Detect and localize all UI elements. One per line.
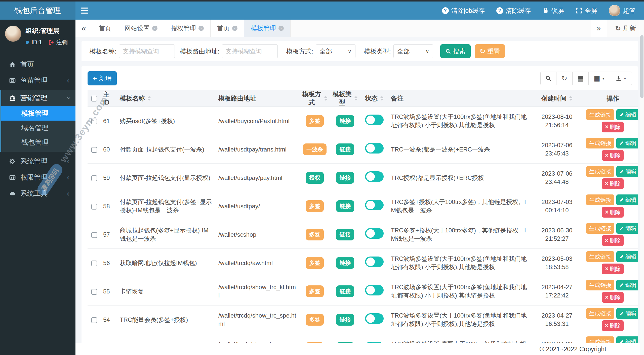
template-type-select[interactable]: 全部 ∨ [393,44,433,58]
sidebar-menu-item[interactable]: 首页 [0,56,75,72]
delete-button[interactable]: ×删除 [602,122,624,132]
generate-link-button[interactable]: 生成链接 [586,251,614,262]
edit-button[interactable]: 编辑 [616,280,638,290]
edit-button[interactable]: 编辑 [616,223,638,234]
tab[interactable]: 首页 × [211,20,244,37]
delete-button[interactable]: ×删除 [602,292,624,303]
sidebar-menu-item[interactable]: 营销管理 ‹ [1,90,75,106]
status-toggle[interactable] [365,285,384,295]
navbar-action[interactable]: 锁屏 [542,7,564,15]
delete-button[interactable]: ×删除 [602,320,624,331]
reset-button[interactable]: ↻ 重置 [475,44,505,58]
template-name-input[interactable] [119,44,175,58]
column-header[interactable]: 模板方式 [299,90,330,107]
column-header[interactable]: 创建时间 [532,90,582,107]
sidebar-menu-item[interactable]: 权限管理 ‹ [0,169,75,185]
refresh-tab-button[interactable]: ↻ 刷新 [607,20,644,37]
status-toggle[interactable] [365,200,384,210]
generate-link-button[interactable]: 生成链接 [586,194,614,205]
scrollbar[interactable] [640,20,644,355]
column-header[interactable]: 状态 [360,90,388,107]
status-toggle[interactable] [365,342,384,343]
row-checkbox[interactable] [91,232,97,238]
edit-button[interactable]: 编辑 [616,166,638,177]
tab-close-icon[interactable]: × [152,26,157,31]
tab[interactable]: 网站设置 × [118,20,164,37]
template-method-select[interactable]: 全部 ∨ [316,44,355,58]
sidebar-menu-item[interactable]: 系统管理 ‹ [0,153,75,169]
edit-button[interactable]: 编辑 [616,109,638,120]
row-checkbox[interactable] [91,289,97,295]
tabs-scroll-left-icon[interactable]: « [75,20,92,37]
columns-button[interactable]: ▦▼ [589,72,610,85]
sort-icon[interactable] [147,96,151,101]
generate-link-button[interactable]: 生成链接 [586,223,614,234]
tab[interactable]: 首页 [92,20,118,37]
status-toggle[interactable] [365,257,384,267]
row-checkbox[interactable] [91,317,97,323]
refresh-tool-button[interactable]: ↻ [556,72,573,85]
logout-button[interactable]: 注销 [48,38,68,46]
search-button[interactable]: 搜索 [440,44,471,58]
edit-button[interactable]: 编辑 [616,194,638,205]
row-checkbox[interactable] [91,119,97,124]
status-toggle[interactable] [365,171,384,182]
column-header[interactable]: 模板类型 [330,90,360,107]
tab-close-icon[interactable]: × [198,26,204,31]
tab-close-icon[interactable]: × [278,26,284,31]
export-button[interactable]: ▼ [610,72,632,85]
sidebar-menu-item[interactable]: 系统工具 ‹ [0,185,75,201]
sidebar-toggle-icon[interactable] [75,2,94,20]
row-checkbox[interactable] [91,175,97,181]
search-tool-button[interactable] [540,72,556,85]
select-all-checkbox[interactable] [91,96,97,102]
status-toggle[interactable] [365,313,384,324]
column-header[interactable]: 操作 [582,90,638,107]
row-checkbox[interactable] [91,147,97,153]
sidebar-menu-item[interactable]: 鱼苗管理 ‹ [0,72,75,88]
column-header[interactable]: 主ID [101,90,117,107]
generate-link-button[interactable]: 生成链接 [586,308,614,319]
column-header[interactable]: 模板路由地址 [216,90,299,107]
sort-icon[interactable] [380,96,384,101]
generate-link-button[interactable]: 生成链接 [586,166,614,177]
sidebar-submenu-item[interactable]: 域名管理 [1,121,75,135]
sort-icon[interactable] [324,96,328,101]
status-toggle[interactable] [365,115,384,125]
generate-link-button[interactable]: 生成链接 [586,138,614,148]
tab-close-icon[interactable]: × [232,26,237,31]
status-toggle[interactable] [365,143,384,154]
sidebar-submenu-item[interactable]: 模板管理 [1,106,75,121]
delete-button[interactable]: ×删除 [602,235,624,246]
delete-button[interactable]: ×删除 [602,207,624,218]
tab[interactable]: 授权管理 × [164,20,211,37]
generate-link-button[interactable]: 生成链接 [586,109,614,120]
column-header[interactable]: 模板名称 [117,90,216,107]
delete-button[interactable]: ×删除 [602,178,624,189]
delete-button[interactable]: ×删除 [602,150,624,161]
navbar-action[interactable]: ? 清除缓存 [496,7,531,15]
tab[interactable]: 模板管理 × [244,20,291,37]
column-header[interactable]: 备注 [388,90,532,107]
tabs-scroll-right-icon[interactable]: » [590,20,607,37]
user-menu[interactable]: 超管 [609,5,635,16]
edit-button[interactable]: 编辑 [616,251,638,262]
detail-view-button[interactable]: ▤ [573,72,589,85]
add-button[interactable]: + 新增 [88,71,117,85]
generate-link-button[interactable]: 生成链接 [586,336,614,343]
sort-icon[interactable] [354,96,358,101]
delete-button[interactable]: ×删除 [602,264,624,274]
edit-button[interactable]: 编辑 [616,308,638,319]
navbar-action[interactable]: ? 清除job缓存 [442,7,485,15]
sort-icon[interactable] [569,96,573,101]
template-path-input[interactable] [222,44,278,58]
edit-button[interactable]: 编辑 [616,336,638,343]
row-checkbox[interactable] [91,261,97,266]
sidebar-submenu-item[interactable]: 钱包管理 [1,135,75,150]
status-toggle[interactable] [365,228,384,239]
generate-link-button[interactable]: 生成链接 [586,280,614,290]
navbar-action[interactable]: 全屏 [576,7,597,15]
scrollbar-thumb[interactable] [640,35,643,98]
edit-button[interactable]: 编辑 [616,138,638,148]
row-checkbox[interactable] [91,204,97,210]
